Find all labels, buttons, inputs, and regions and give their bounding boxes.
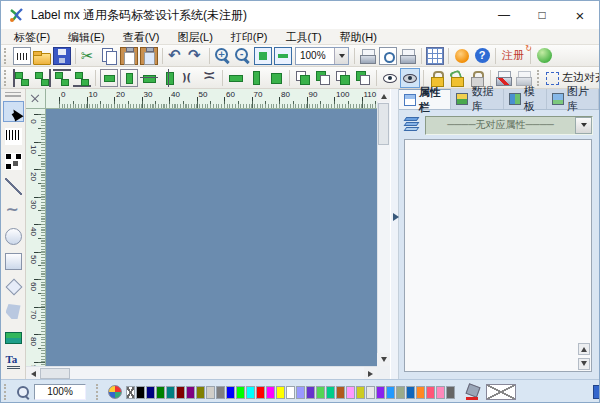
toolbar-button-center-v-frame[interactable]: [119, 68, 139, 88]
toolbar-button-align-bottom[interactable]: [72, 68, 92, 88]
swatch-14[interactable]: [266, 386, 275, 399]
toolbar-grip[interactable]: [4, 70, 9, 86]
toolbar-button-help[interactable]: [472, 46, 492, 66]
swatch-31[interactable]: [436, 386, 445, 399]
vertical-scrollbar[interactable]: [377, 89, 390, 366]
scroll-down-button[interactable]: [377, 353, 390, 366]
scroll-up-button[interactable]: [578, 343, 590, 355]
menu-item-6[interactable]: 帮助(H): [331, 29, 386, 45]
horizontal-scroll-thumb[interactable]: [40, 368, 70, 379]
swatch-20[interactable]: [326, 386, 335, 399]
toolbar-button-align-right[interactable]: [32, 68, 52, 88]
property-dropdown[interactable]: ────无对应属性────: [425, 116, 593, 135]
status-zoom-value[interactable]: 100%: [34, 384, 86, 400]
swatch-26[interactable]: [386, 386, 395, 399]
zoom-level-combo[interactable]: 100%: [295, 47, 349, 65]
toolbar-button-align-left[interactable]: [12, 68, 32, 88]
tool-curve[interactable]: [3, 201, 24, 222]
swatch-22[interactable]: [346, 386, 355, 399]
tool-rectangle[interactable]: [3, 251, 24, 272]
toolbar-button-to-front[interactable]: [293, 68, 313, 88]
swatch-0[interactable]: [126, 386, 135, 399]
swatch-32[interactable]: [446, 386, 455, 399]
tab-props[interactable]: 属性栏: [399, 89, 451, 109]
toolbar-button-copy[interactable]: [99, 46, 119, 66]
swatch-17[interactable]: [296, 386, 305, 399]
swatch-3[interactable]: [156, 386, 165, 399]
menu-item-2[interactable]: 查看(V): [114, 29, 169, 45]
toolbar-button-cut[interactable]: [79, 46, 99, 66]
toolbar-button-open[interactable]: [32, 46, 52, 66]
toolbar-button-same-size[interactable]: [266, 68, 286, 88]
tool-ellipse[interactable]: [3, 226, 24, 247]
swatch-21[interactable]: [336, 386, 345, 399]
tool-select[interactable]: [3, 101, 24, 122]
toolbar-button-website[interactable]: [534, 46, 554, 66]
toolbar-grip[interactable]: [5, 92, 21, 97]
swatch-5[interactable]: [176, 386, 185, 399]
toolbar-button-same-height[interactable]: [246, 68, 266, 88]
tab-template[interactable]: 模板: [504, 89, 547, 109]
toolbar-button-new-label[interactable]: [12, 46, 32, 66]
swatch-23[interactable]: [356, 386, 365, 399]
swatch-8[interactable]: [206, 386, 215, 399]
horizontal-scrollbar[interactable]: [26, 366, 377, 379]
toolbar-button-paste-special[interactable]: [139, 46, 159, 66]
toolbar-button-hide[interactable]: [400, 68, 420, 88]
menu-item-3[interactable]: 图层(L): [168, 29, 221, 45]
toolbar-button-update[interactable]: [452, 46, 472, 66]
swatch-28[interactable]: [406, 386, 415, 399]
menu-item-4[interactable]: 打印(P): [222, 29, 277, 45]
toolbar-button-center-v[interactable]: [159, 68, 179, 88]
toolbar-button-center-h[interactable]: [139, 68, 159, 88]
tool-text[interactable]: [3, 351, 24, 372]
toolbar-grip[interactable]: [4, 48, 9, 64]
swatch-25[interactable]: [376, 386, 385, 399]
toolbar-button-print-preview[interactable]: [378, 46, 398, 66]
swatch-12[interactable]: [246, 386, 255, 399]
toolbar-button-fit-selection[interactable]: [273, 46, 293, 66]
toolbar-button-show[interactable]: [380, 68, 400, 88]
combo-dropdown-icon[interactable]: [334, 48, 348, 64]
swatch-4[interactable]: [166, 386, 175, 399]
toolbar-button-forward[interactable]: [333, 68, 353, 88]
toolbar-button-undo[interactable]: [166, 46, 186, 66]
swatch-27[interactable]: [396, 386, 405, 399]
scroll-up-button[interactable]: [377, 89, 390, 102]
toolbar-button-save[interactable]: [52, 46, 72, 66]
swatch-13[interactable]: [256, 386, 265, 399]
swatch-29[interactable]: [416, 386, 425, 399]
swatch-24[interactable]: [366, 386, 375, 399]
menu-item-0[interactable]: 标签(F): [5, 29, 59, 45]
toolbar-button-backward[interactable]: [353, 68, 373, 88]
minimize-button[interactable]: —: [485, 1, 523, 29]
swatch-6[interactable]: [186, 386, 195, 399]
scroll-down-button[interactable]: [578, 358, 590, 370]
toolbar-button-space-h[interactable]: [179, 68, 199, 88]
toolbar-grip[interactable]: [96, 384, 101, 400]
swatch-18[interactable]: [306, 386, 315, 399]
swatch-7[interactable]: [196, 386, 205, 399]
tool-polygon[interactable]: [3, 301, 24, 322]
tab-db[interactable]: 数据库: [451, 89, 503, 109]
tool-fill-color[interactable]: [3, 326, 24, 347]
fill-color-icon[interactable]: [465, 385, 481, 400]
toolbar-button-redo[interactable]: [186, 46, 206, 66]
tool-line[interactable]: [3, 176, 24, 197]
toolbar-button-space-v[interactable]: [199, 68, 219, 88]
swatch-2[interactable]: [146, 386, 155, 399]
toolbar-button-zoom-out[interactable]: [233, 46, 253, 66]
toolbar-button-center-h-frame[interactable]: [99, 68, 119, 88]
swatch-16[interactable]: [286, 386, 295, 399]
swatch-10[interactable]: [226, 386, 235, 399]
palette-icon[interactable]: [108, 385, 122, 399]
toolbar-button-data-table[interactable]: [425, 46, 445, 66]
toolbar-button-to-back[interactable]: [313, 68, 333, 88]
toolbar-button-fit-page[interactable]: [253, 46, 273, 66]
swatch-1[interactable]: [136, 386, 145, 399]
swatch-11[interactable]: [236, 386, 245, 399]
no-color-button[interactable]: [486, 384, 516, 400]
toolbar-button-same-width[interactable]: [226, 68, 246, 88]
label-page[interactable]: [46, 109, 377, 366]
toolbar-button-align-top[interactable]: [52, 68, 72, 88]
